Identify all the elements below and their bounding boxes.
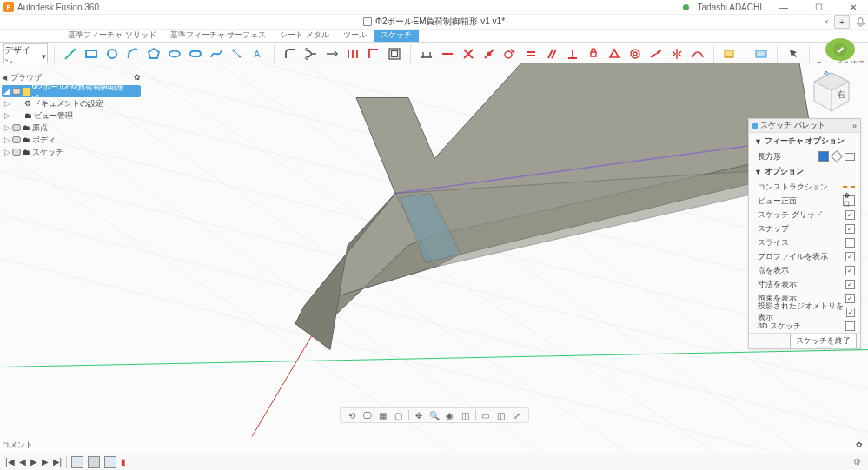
zoom-icon[interactable]: 🔍 (428, 409, 441, 421)
rect-mode-2[interactable] (831, 150, 843, 162)
rect-mode-1[interactable] (818, 151, 829, 162)
inspect-tool[interactable] (719, 44, 739, 63)
checkbox[interactable] (845, 321, 855, 331)
spline-tool[interactable] (207, 44, 226, 63)
polygon-tool[interactable] (144, 44, 163, 63)
palette-row[interactable]: ビュー正面�囗 (749, 194, 860, 208)
timeline-next-button[interactable]: ▶ (42, 457, 49, 467)
fillet-tool[interactable] (281, 44, 300, 63)
ellipse-tool[interactable] (165, 44, 184, 63)
ribbon-tab-sketch[interactable]: スケッチ (374, 29, 419, 42)
fix-constraint[interactable] (584, 44, 603, 63)
browser-settings-icon[interactable]: ✿ (134, 73, 141, 82)
expand-icon[interactable]: ⤢ (511, 409, 523, 421)
visibility-icon[interactable] (12, 88, 21, 95)
construction-toggle[interactable] (843, 186, 855, 188)
new-tab-button[interactable]: + (834, 15, 850, 29)
point-tool[interactable] (228, 44, 247, 63)
concentric-constraint[interactable] (626, 44, 645, 63)
finish-sketch-button[interactable] (825, 38, 855, 61)
sketch-scale-tool[interactable] (364, 44, 383, 63)
viewport-views-icon[interactable]: ▢ (393, 409, 405, 421)
timeline-marker[interactable]: ▮ (121, 457, 126, 467)
user-name[interactable]: Tadashi ADACHI (698, 3, 762, 12)
document-tab[interactable]: Φ2ボールEM負荷制御箱形 v1 v1* (363, 16, 505, 28)
visibility-icon[interactable] (12, 136, 21, 143)
offset-tool[interactable] (385, 44, 404, 63)
timeline-start-button[interactable]: |◀ (5, 457, 15, 467)
palette-row[interactable]: コンストラクション (749, 180, 860, 194)
view-cube[interactable]: 右 (809, 70, 854, 115)
checkbox[interactable] (845, 294, 855, 303)
curvature-constraint[interactable] (688, 44, 707, 63)
ribbon-tab-surface[interactable]: 基準フィーチャ サーフェス (163, 29, 274, 42)
checkbox[interactable] (845, 238, 855, 248)
pan-icon[interactable]: ✥ (413, 409, 425, 421)
palette-row[interactable]: 投影されたジオメトリを表示 (749, 305, 860, 319)
layout-2-icon[interactable]: ◫ (495, 409, 507, 421)
checkbox[interactable] (845, 266, 855, 275)
visibility-icon[interactable] (12, 149, 21, 156)
palette-row[interactable]: スケッチ グリッド (749, 208, 860, 222)
select-tool[interactable] (784, 44, 803, 63)
palette-row[interactable]: スライス (749, 235, 860, 249)
timeline-play-button[interactable]: ▶ (30, 457, 37, 467)
notifications-icon[interactable] (855, 17, 866, 28)
extend-tool[interactable] (322, 44, 341, 63)
orbit-tool-icon[interactable]: ◉ (444, 409, 456, 421)
timeline-feature-1[interactable] (71, 456, 83, 468)
palette-row[interactable]: プロファイルを表示 (749, 249, 860, 263)
insert-tool[interactable] (752, 44, 771, 63)
line-tool[interactable] (61, 44, 80, 63)
checkbox[interactable] (845, 252, 855, 261)
timeline-settings-icon[interactable]: ⚙ (853, 457, 861, 467)
palette-row[interactable]: 寸法を表示 (749, 277, 860, 291)
tree-root[interactable]: ◢ Φ2ボールEM負荷制御箱形 v1… (2, 85, 141, 97)
timeline-feature-3[interactable] (104, 456, 116, 468)
checkbox[interactable] (845, 210, 855, 220)
break-tool[interactable] (343, 44, 362, 63)
window-maximize-button[interactable]: ☐ (805, 0, 832, 15)
ribbon-tab-tools[interactable]: ツール (336, 29, 374, 42)
timeline-end-button[interactable]: ▶| (53, 457, 63, 467)
grid-settings-icon[interactable]: ▦ (377, 409, 389, 421)
tree-item[interactable]: ▷🖿ビュー管理 (2, 109, 141, 122)
equal-constraint[interactable] (521, 44, 540, 63)
tree-item[interactable]: ▷🖿原点 (2, 122, 141, 134)
slot-tool[interactable] (186, 44, 205, 63)
orbit-icon[interactable]: ⟲ (346, 409, 358, 421)
comment-settings-icon[interactable]: ✿ (856, 440, 863, 449)
ribbon-tab-sheetmetal[interactable]: シート メタル (273, 29, 336, 42)
tree-item[interactable]: ▷🖿ボディ (2, 134, 141, 146)
visibility-icon[interactable] (12, 124, 21, 131)
look-at-icon[interactable]: ◫ (460, 409, 472, 421)
palette-finish-button[interactable]: スケッチを終了 (790, 334, 857, 348)
home-view-icon[interactable] (792, 71, 804, 83)
collinear-constraint[interactable] (646, 44, 666, 63)
arc-tool[interactable] (123, 44, 142, 63)
palette-collapse-icon[interactable]: » (852, 122, 857, 130)
symmetry-constraint[interactable] (667, 44, 686, 63)
midpoint-constraint[interactable] (605, 44, 624, 63)
tangent-constraint[interactable] (500, 44, 520, 63)
window-minimize-button[interactable]: — (771, 0, 797, 15)
window-close-button[interactable]: ✕ (840, 0, 866, 15)
rect-mode-3[interactable] (845, 153, 855, 161)
checkbox[interactable] (845, 280, 855, 289)
timeline-feature-2[interactable] (88, 456, 100, 468)
trim-tool[interactable] (301, 44, 321, 63)
palette-row[interactable]: 点を表示 (749, 263, 860, 277)
timeline-prev-button[interactable]: ◀ (19, 457, 26, 467)
horizontal-constraint[interactable] (438, 44, 457, 63)
ribbon-tab-solid[interactable]: 基準フィーチャ ソリッド (61, 29, 163, 42)
dimension-tool[interactable] (417, 44, 436, 63)
checkbox[interactable] (846, 308, 855, 317)
parallel-constraint[interactable] (542, 44, 561, 63)
vertical-constraint[interactable] (459, 44, 478, 63)
text-tool[interactable]: A (248, 44, 268, 63)
display-settings-icon[interactable]: 🖵 (361, 409, 374, 421)
checkbox[interactable] (845, 224, 855, 234)
tab-close-button[interactable]: × (824, 17, 829, 27)
circle-tool[interactable] (103, 44, 122, 63)
coincident-constraint[interactable] (480, 44, 499, 63)
